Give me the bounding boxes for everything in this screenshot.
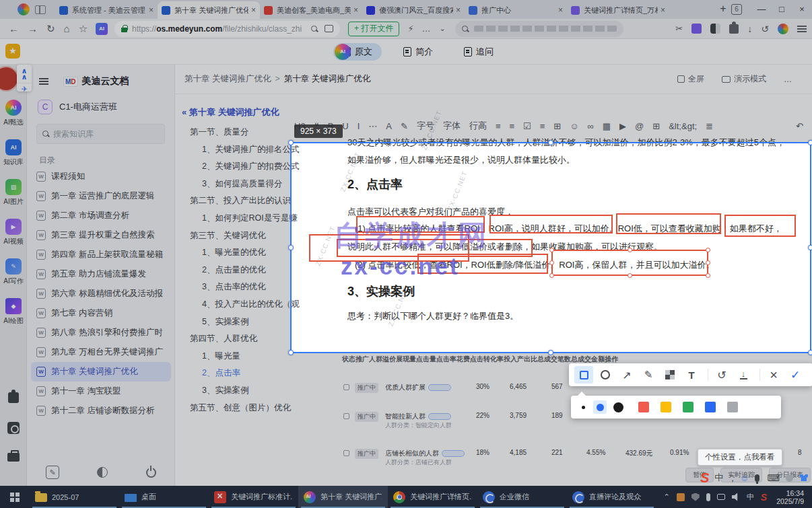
- cancel-capture-icon[interactable]: [764, 366, 783, 384]
- ime-bar: S 中 ’, ☺ ⌨ ⊞: [700, 470, 812, 486]
- toolbar-divider: [708, 369, 708, 381]
- watermark-title: 自学成才网: [334, 217, 489, 254]
- microphone-icon[interactable]: [755, 474, 759, 482]
- emoji-icon[interactable]: ☺: [740, 473, 749, 483]
- screen: 系统管理 - 美迪云管理 × 第十章 关键词推广优化 × 美迪创客_美迪电商_美…: [0, 0, 812, 508]
- selection-size-badge: 925 × 373: [294, 124, 343, 138]
- annotation-toolbar: [569, 363, 812, 386]
- pen-tool-icon[interactable]: [639, 366, 658, 384]
- arrow-tool-icon[interactable]: [617, 366, 636, 384]
- palette-swatches: [638, 402, 772, 412]
- brush-size-small[interactable]: [582, 406, 585, 409]
- text-tool-icon[interactable]: [682, 366, 701, 384]
- color-swatch[interactable]: [749, 402, 760, 412]
- capture-dim-top: [0, 0, 812, 143]
- ellipse-tool-icon[interactable]: [596, 366, 615, 384]
- rectangle-tool-icon[interactable]: [574, 366, 593, 384]
- watermark-url: zx-cc.net: [341, 253, 460, 280]
- profile-icon[interactable]: [786, 474, 793, 482]
- toolbar-divider: [759, 369, 760, 381]
- download-capture-icon[interactable]: [734, 366, 753, 384]
- annotation-palette: [571, 396, 781, 419]
- confirm-capture-icon[interactable]: [786, 366, 805, 384]
- ime-mode-icon[interactable]: 中: [714, 472, 723, 484]
- ime-punct-icon[interactable]: ’,: [729, 473, 734, 483]
- keyboard-icon[interactable]: ⌨: [767, 473, 780, 483]
- color-swatch[interactable]: [638, 402, 649, 412]
- color-swatch[interactable]: [727, 402, 738, 412]
- color-swatch[interactable]: [683, 402, 693, 412]
- brush-size-large[interactable]: [613, 402, 623, 412]
- undo-icon[interactable]: [712, 366, 731, 384]
- brush-size-medium-selected[interactable]: [593, 400, 607, 414]
- sogou-logo-icon[interactable]: S: [700, 470, 709, 486]
- color-swatch[interactable]: [661, 402, 671, 412]
- skin-icon[interactable]: [800, 474, 808, 481]
- color-swatch[interactable]: [705, 402, 716, 412]
- capture-dim-left: [0, 143, 291, 353]
- mosaic-tool-icon[interactable]: [661, 366, 679, 384]
- ime-tooltip: 个性设置，点我看看: [698, 449, 782, 466]
